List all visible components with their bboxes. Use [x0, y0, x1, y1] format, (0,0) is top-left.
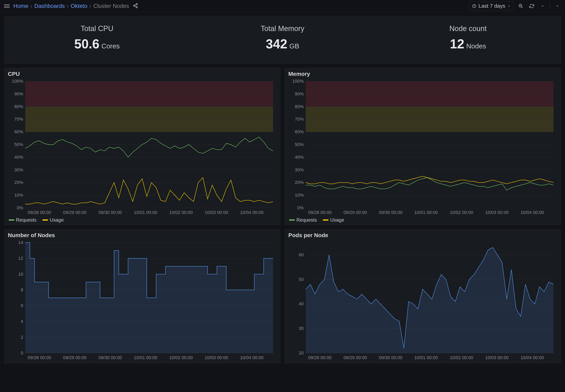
svg-text:0%: 0%	[17, 205, 23, 210]
svg-text:60%: 60%	[295, 129, 304, 134]
zoom-out-button[interactable]	[517, 2, 524, 10]
svg-line-7	[522, 7, 523, 8]
stat-value: 50.6	[74, 37, 100, 51]
svg-text:09/30 00:00: 09/30 00:00	[379, 355, 402, 360]
legend-item-requests[interactable]: Requests	[289, 217, 317, 223]
chart-pods[interactable]: 203040506009/28 00:0009/29 00:0009/30 00…	[288, 240, 557, 361]
legend-item-requests[interactable]: Requests	[9, 217, 36, 223]
svg-text:40%: 40%	[14, 155, 23, 160]
svg-text:10/01 00:00: 10/01 00:00	[414, 355, 438, 360]
svg-line-3	[135, 4, 136, 5]
svg-text:09/28 00:00: 09/28 00:00	[28, 210, 51, 215]
svg-text:100%: 100%	[292, 79, 304, 84]
legend-swatch	[9, 219, 14, 221]
legend-item-usage[interactable]: Usage	[323, 217, 344, 223]
svg-text:70%: 70%	[14, 117, 23, 122]
svg-text:100%: 100%	[12, 79, 23, 84]
stat-value: 342	[266, 37, 287, 51]
svg-text:10/04 00:00: 10/04 00:00	[240, 355, 263, 360]
svg-text:10/04 00:00: 10/04 00:00	[521, 210, 544, 215]
panel-nodes[interactable]: Number of Nodes 0246810121409/28 00:0009…	[4, 229, 280, 363]
svg-text:50: 50	[299, 277, 304, 282]
stat-label: Total Memory	[190, 24, 375, 33]
stat-node-count: Node count 12 Nodes	[375, 24, 561, 51]
breadcrumb-home[interactable]: Home	[13, 3, 29, 9]
svg-text:10/02 00:00: 10/02 00:00	[169, 210, 193, 215]
collapse-button[interactable]	[554, 2, 561, 10]
svg-text:10/01 00:00: 10/01 00:00	[414, 210, 438, 215]
svg-text:10/01 00:00: 10/01 00:00	[134, 355, 157, 360]
stats-panel: Total CPU 50.6 Cores Total Memory 342 GB…	[4, 16, 561, 64]
svg-text:90%: 90%	[295, 91, 304, 96]
svg-text:6: 6	[21, 303, 23, 308]
stat-unit: Cores	[101, 42, 120, 50]
stat-unit: Nodes	[466, 42, 486, 50]
svg-text:09/28 00:00: 09/28 00:00	[28, 355, 51, 360]
svg-text:10: 10	[18, 272, 23, 277]
panels-row-2: Number of Nodes 0246810121409/28 00:0009…	[4, 229, 561, 363]
time-range-label: Last 7 days	[478, 3, 505, 9]
divider	[550, 3, 550, 9]
svg-text:09/29 00:00: 09/29 00:00	[63, 355, 86, 360]
svg-text:30: 30	[299, 326, 304, 331]
svg-text:10%: 10%	[295, 193, 304, 198]
time-range-picker[interactable]: Last 7 days	[469, 1, 514, 11]
chevron-down-icon	[541, 4, 544, 8]
legend-swatch	[289, 219, 295, 221]
refresh-button[interactable]	[528, 2, 535, 10]
svg-text:20%: 20%	[14, 180, 23, 185]
svg-line-4	[135, 6, 136, 7]
panel-pods[interactable]: Pods per Node 203040506009/28 00:0009/29…	[285, 229, 561, 363]
svg-text:0: 0	[21, 350, 23, 355]
svg-text:10/02 00:00: 10/02 00:00	[169, 355, 193, 360]
svg-text:12: 12	[18, 256, 23, 261]
svg-text:10/03 00:00: 10/03 00:00	[205, 210, 228, 215]
svg-text:30%: 30%	[14, 167, 23, 172]
svg-text:09/29 00:00: 09/29 00:00	[343, 355, 367, 360]
chevron-down-icon	[507, 4, 510, 8]
breadcrumb-current: Cluster Nodes	[93, 3, 129, 9]
svg-text:10/02 00:00: 10/02 00:00	[450, 210, 473, 215]
svg-text:4: 4	[21, 319, 23, 324]
svg-text:8: 8	[21, 287, 23, 292]
svg-text:10/03 00:00: 10/03 00:00	[485, 210, 508, 215]
chart-memory[interactable]: 0%10%20%30%40%50%60%70%80%90%100%09/28 0…	[288, 79, 557, 216]
svg-text:09/30 00:00: 09/30 00:00	[379, 210, 402, 215]
panel-title: CPU	[8, 71, 277, 77]
svg-text:09/28 00:00: 09/28 00:00	[308, 210, 332, 215]
svg-text:09/28 00:00: 09/28 00:00	[308, 355, 332, 360]
svg-text:70%: 70%	[295, 117, 304, 122]
breadcrumb-dashboards[interactable]: Dashboards	[34, 3, 65, 9]
refresh-interval-dropdown[interactable]	[539, 2, 546, 10]
svg-text:09/29 00:00: 09/29 00:00	[343, 210, 367, 215]
stat-value: 12	[450, 37, 464, 51]
svg-text:20%: 20%	[295, 180, 304, 185]
panel-body: 0%10%20%30%40%50%60%70%80%90%100%09/28 0…	[288, 79, 557, 216]
svg-text:10/01 00:00: 10/01 00:00	[134, 210, 157, 215]
topbar-right: Last 7 days	[469, 1, 561, 11]
breadcrumb: Home › Dashboards › Okteto › Cluster Nod…	[13, 3, 129, 9]
svg-text:09/30 00:00: 09/30 00:00	[99, 210, 122, 215]
svg-text:09/30 00:00: 09/30 00:00	[99, 355, 122, 360]
chevron-right-icon: ›	[89, 3, 91, 9]
panel-cpu[interactable]: CPU 0%10%20%30%40%50%60%70%80%90%100%09/…	[4, 68, 280, 225]
legend: Requests Usage	[8, 217, 277, 223]
legend-item-usage[interactable]: Usage	[42, 217, 64, 223]
svg-text:10/02 00:00: 10/02 00:00	[450, 355, 473, 360]
svg-text:14: 14	[18, 240, 23, 245]
svg-text:60: 60	[299, 252, 304, 257]
share-icon[interactable]	[133, 3, 138, 9]
stat-unit: GB	[289, 42, 299, 50]
chart-nodes[interactable]: 0246810121409/28 00:0009/29 00:0009/30 0…	[8, 240, 277, 361]
breadcrumb-folder[interactable]: Okteto	[71, 3, 87, 9]
svg-text:10/04 00:00: 10/04 00:00	[240, 210, 263, 215]
svg-point-1	[133, 5, 135, 6]
panel-title: Number of Nodes	[8, 232, 277, 238]
menu-icon[interactable]	[4, 3, 10, 9]
stat-total-memory: Total Memory 342 GB	[190, 24, 375, 51]
panel-memory[interactable]: Memory 0%10%20%30%40%50%60%70%80%90%100%…	[285, 68, 561, 225]
legend-swatch	[42, 219, 48, 221]
panel-body: 0%10%20%30%40%50%60%70%80%90%100%09/28 0…	[8, 79, 277, 216]
legend-label: Usage	[50, 217, 64, 223]
chart-cpu[interactable]: 0%10%20%30%40%50%60%70%80%90%100%09/28 0…	[8, 79, 277, 216]
